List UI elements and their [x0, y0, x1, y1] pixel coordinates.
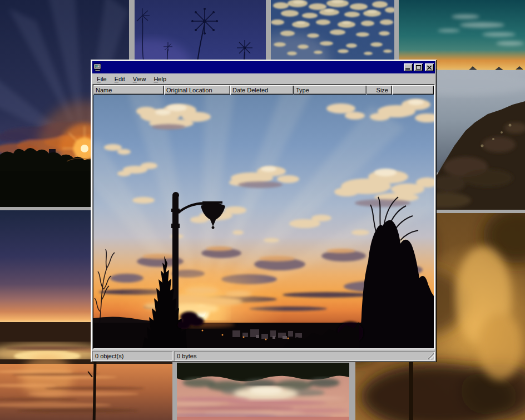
screen: File Edit View Help Name Original Locati… [0, 0, 525, 420]
maximize-button[interactable] [414, 63, 423, 71]
column-header-date-deleted[interactable]: Date Deleted [230, 85, 294, 95]
column-header-spacer[interactable] [392, 85, 434, 95]
menu-bar: File Edit View Help [92, 73, 435, 84]
close-button[interactable] [425, 63, 434, 71]
minimize-icon [405, 68, 410, 70]
status-bytes: 0 bytes [174, 351, 435, 360]
status-objects: 0 object(s) [92, 351, 172, 360]
recycle-bin-window: File Edit View Help Name Original Locati… [91, 60, 437, 362]
photo-thumbnail-water-reflection[interactable] [177, 363, 349, 420]
menu-file[interactable]: File [93, 75, 111, 83]
minimize-button[interactable] [404, 63, 413, 71]
status-bar: 0 object(s) 0 bytes [92, 349, 435, 360]
folder-viewport[interactable] [93, 95, 434, 348]
menu-help[interactable]: Help [150, 75, 170, 83]
column-headers: Name Original Location Date Deleted Type… [93, 85, 434, 95]
list-view: Name Original Location Date Deleted Type… [92, 84, 435, 349]
close-icon [427, 66, 432, 70]
menu-edit[interactable]: Edit [111, 75, 129, 83]
maximize-icon [416, 65, 421, 70]
sunset-lamp-photo [93, 95, 434, 348]
column-header-name[interactable]: Name [93, 85, 164, 95]
column-header-original-location[interactable]: Original Location [164, 85, 230, 95]
computer-window-icon [93, 63, 102, 72]
menu-view[interactable]: View [129, 75, 150, 83]
column-header-type[interactable]: Type [294, 85, 366, 95]
column-header-size[interactable]: Size [366, 85, 392, 95]
resize-grip[interactable] [427, 353, 434, 359]
window-titlebar[interactable] [92, 61, 435, 73]
